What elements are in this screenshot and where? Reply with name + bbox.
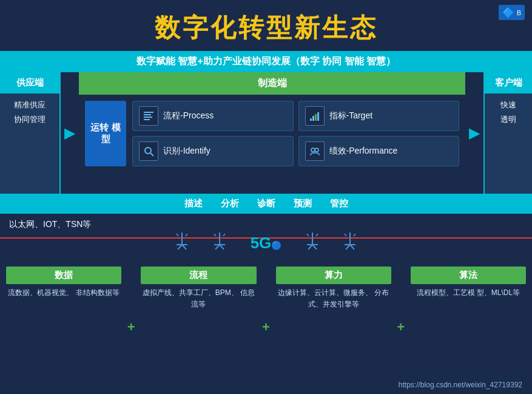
supply-column: 供应端 精准供应 协同管理 bbox=[0, 72, 61, 194]
footer-url: https://blog.csdn.net/weixin_42719392 bbox=[399, 381, 522, 389]
main-title: 数字化转型新生态 bbox=[0, 11, 532, 45]
function-label-performance: 绩效-Performance bbox=[329, 146, 398, 157]
svg-line-29 bbox=[316, 234, 318, 236]
analysis-item-4: 预测 bbox=[294, 198, 312, 209]
svg-line-21 bbox=[220, 245, 224, 250]
title-section: 数字化转型新生态 bbox=[0, 0, 532, 51]
plus-separator-1: + bbox=[124, 267, 138, 388]
antenna-2 bbox=[213, 233, 226, 253]
bottom-header-data: 数据 bbox=[6, 267, 121, 284]
analysis-item-3: 诊断 bbox=[257, 198, 275, 209]
svg-rect-5 bbox=[312, 116, 314, 121]
svg-line-17 bbox=[186, 234, 187, 236]
plus-separator-2: + bbox=[260, 267, 273, 388]
supply-item-2: 协同管理 bbox=[3, 114, 56, 125]
svg-rect-3 bbox=[144, 119, 150, 120]
customer-header: 客户端 bbox=[485, 72, 532, 93]
operation-row: 运转 模型 流程-Process bbox=[79, 95, 465, 172]
subtitle-text: 数字赋能 智慧+助力产业链协同发展（数字 协同 智能 智慧） bbox=[136, 56, 396, 66]
target-icon bbox=[305, 106, 325, 126]
svg-line-34 bbox=[345, 234, 346, 236]
svg-line-32 bbox=[346, 245, 350, 250]
supply-header: 供应端 bbox=[0, 72, 59, 93]
operation-model-label: 运转 模型 bbox=[87, 122, 124, 145]
svg-rect-4 bbox=[310, 118, 312, 121]
bottom-header-process: 流程 bbox=[141, 267, 256, 284]
svg-point-11 bbox=[315, 148, 318, 152]
svg-line-35 bbox=[354, 234, 355, 236]
middle-section: 供应端 精准供应 协同管理 ▶ 制造端 运转 模型 bbox=[0, 72, 532, 194]
svg-rect-6 bbox=[315, 114, 317, 121]
network-section: 以太网、IOT、TSN等 bbox=[0, 214, 532, 260]
svg-line-9 bbox=[150, 153, 153, 156]
process-icon bbox=[139, 106, 158, 126]
analysis-item-2: 分析 bbox=[221, 198, 239, 209]
bottom-content-computing: 边缘计算、云计算、微服务、 分布式、并发引擎等 bbox=[276, 287, 391, 310]
right-arrow-icon: ▶ bbox=[469, 124, 480, 141]
operation-model-box: 运转 模型 bbox=[85, 101, 126, 166]
analysis-bar: 描述 分析 诊断 预测 管控 bbox=[0, 194, 532, 214]
bottom-content-process: 虚拟产线、共享工厂、BPM、 信息流等 bbox=[141, 287, 256, 310]
svg-line-14 bbox=[178, 245, 182, 250]
svg-rect-7 bbox=[317, 112, 319, 121]
bottom-item-process: 流程 虚拟产线、共享工厂、BPM、 信息流等 bbox=[138, 267, 259, 388]
antenna-1 bbox=[175, 233, 189, 253]
left-arrow-col: ▶ bbox=[61, 72, 79, 194]
supply-items: 精准供应 协同管理 bbox=[0, 93, 59, 131]
identify-icon bbox=[139, 141, 158, 161]
manufacturing-header: 制造端 bbox=[79, 72, 465, 95]
right-arrow-col: ▶ bbox=[465, 72, 483, 194]
function-box-process: 流程-Process bbox=[132, 101, 294, 131]
svg-line-15 bbox=[182, 245, 186, 250]
function-label-identify: 识别-Identify bbox=[163, 146, 210, 157]
main-container: 🔷 B 数字化转型新生态 数字赋能 智慧+助力产业链协同发展（数字 协同 智能 … bbox=[0, 0, 532, 394]
svg-line-28 bbox=[307, 234, 309, 236]
function-box-target: 指标-Target bbox=[298, 101, 460, 131]
bottom-content-algorithm: 流程模型、工艺模 型、ML\DL等 bbox=[411, 287, 526, 299]
function-grid: 流程-Process 指标-Target bbox=[132, 101, 459, 166]
function-box-performance: 绩效-Performance bbox=[298, 136, 460, 166]
svg-line-20 bbox=[215, 245, 220, 250]
antenna-4 bbox=[343, 233, 357, 253]
analysis-item-5: 管控 bbox=[330, 198, 348, 209]
manufacturing-column: 制造端 运转 模型 bbox=[79, 72, 465, 194]
svg-line-27 bbox=[312, 245, 317, 250]
function-label-target: 指标-Target bbox=[329, 110, 373, 121]
bottom-content-data: 流数据、机器视觉、 非结构数据等 bbox=[6, 287, 121, 299]
network-label: 以太网、IOT、TSN等 bbox=[9, 219, 91, 229]
bottom-header-algorithm: 算法 bbox=[411, 267, 526, 284]
customer-item-1: 快速 bbox=[488, 100, 529, 110]
svg-line-26 bbox=[308, 245, 312, 250]
antenna-3 bbox=[306, 233, 319, 253]
customer-items: 快速 透明 bbox=[485, 93, 532, 131]
svg-line-16 bbox=[177, 234, 178, 236]
left-arrow-icon: ▶ bbox=[64, 124, 75, 141]
customer-column: 客户端 快速 透明 bbox=[483, 72, 532, 194]
bottom-item-data: 数据 流数据、机器视觉、 非结构数据等 bbox=[3, 267, 124, 388]
analysis-item-1: 描述 bbox=[184, 198, 203, 209]
supply-item-1: 精准供应 bbox=[3, 100, 56, 110]
svg-point-10 bbox=[311, 148, 315, 152]
subtitle-bar: 数字赋能 智慧+助力产业链协同发展（数字 协同 智能 智慧） bbox=[0, 51, 532, 72]
svg-point-8 bbox=[145, 148, 151, 154]
function-box-identify: 识别-Identify bbox=[132, 136, 294, 166]
bottom-header-computing: 算力 bbox=[276, 267, 391, 284]
bottom-item-algorithm: 算法 流程模型、工艺模 型、ML\DL等 bbox=[408, 267, 529, 388]
performance-icon bbox=[305, 141, 325, 161]
customer-item-2: 透明 bbox=[488, 114, 529, 125]
svg-rect-2 bbox=[144, 117, 152, 118]
svg-line-23 bbox=[223, 234, 225, 236]
fiveg-label: 5G🔵 bbox=[251, 234, 282, 253]
svg-line-33 bbox=[350, 245, 354, 250]
svg-rect-0 bbox=[144, 112, 153, 113]
svg-line-22 bbox=[214, 234, 216, 236]
plus-separator-3: + bbox=[394, 267, 408, 388]
antenna-row: 5G🔵 bbox=[9, 230, 523, 256]
bottom-grid: 数据 流数据、机器视觉、 非结构数据等 + 流程 虚拟产线、共享工厂、BPM、 … bbox=[0, 260, 532, 394]
bottom-item-computing: 算力 边缘计算、云计算、微服务、 分布式、并发引擎等 bbox=[273, 267, 394, 388]
function-label-process: 流程-Process bbox=[163, 110, 214, 121]
svg-rect-1 bbox=[144, 114, 151, 115]
